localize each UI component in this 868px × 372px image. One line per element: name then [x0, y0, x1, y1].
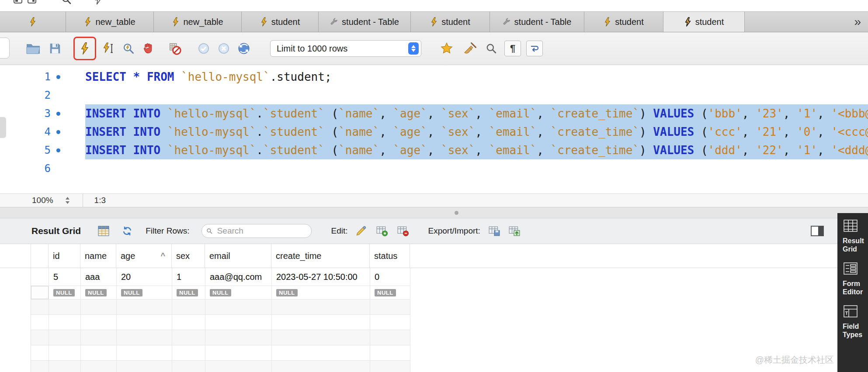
line-number: 1	[0, 71, 51, 83]
import-records-button[interactable]	[507, 222, 521, 240]
sql-token: (	[701, 125, 708, 138]
editor-tab-new-table[interactable]: new_table	[154, 12, 242, 32]
column-header-name[interactable]: name	[80, 244, 116, 268]
empty-row[interactable]	[31, 315, 410, 330]
cell-null-sex[interactable]: NULL	[172, 286, 205, 299]
cell-sex[interactable]: 1	[172, 268, 205, 286]
execute-highlight-annotation	[73, 37, 96, 60]
save-snippet-button[interactable]	[439, 39, 455, 58]
line-number: 6	[0, 162, 51, 175]
delete-row-icon	[397, 225, 409, 237]
filter-search-input[interactable]	[216, 226, 307, 236]
cell-create_time[interactable]: 2023-05-27 10:50:00	[272, 268, 370, 286]
cell-null-email[interactable]: NULL	[205, 286, 272, 299]
column-header-id[interactable]: id	[49, 244, 80, 268]
empty-row[interactable]	[31, 345, 410, 361]
toggle-wrap-button[interactable]	[526, 41, 543, 56]
editor-tab-student-table[interactable]: student - Table	[319, 12, 411, 32]
refresh-button[interactable]	[120, 222, 134, 240]
cell-null-age[interactable]: NULL	[117, 286, 172, 299]
toggle-stop-on-error-button[interactable]	[167, 39, 183, 58]
cell-status[interactable]: 0	[370, 268, 410, 286]
lightning-icon	[604, 17, 611, 27]
empty-row[interactable]	[31, 300, 410, 315]
find-button[interactable]	[483, 39, 499, 58]
insert-row-button[interactable]	[375, 222, 389, 240]
cell-null-name[interactable]: NULL	[81, 286, 117, 299]
delete-row-button[interactable]	[396, 222, 410, 240]
statement-marker	[51, 148, 66, 152]
sql-token: `create_time`	[551, 144, 640, 157]
side-panel-tab-field-types[interactable]: FieldTypes	[837, 305, 868, 339]
cell-name[interactable]: aaa	[81, 268, 117, 286]
code-text: INSERT INTO `hello-mysql`.`student` (`na…	[85, 104, 868, 123]
insert-row-icon	[376, 225, 388, 237]
export-recordset-button[interactable]	[487, 222, 501, 240]
empty-cell	[272, 315, 370, 330]
column-header-create_time[interactable]: create_time	[271, 244, 370, 268]
editor-tab-student[interactable]: student	[411, 12, 490, 32]
filter-search-box[interactable]	[201, 224, 312, 238]
pane-splitter[interactable]	[0, 207, 868, 218]
cell-id[interactable]: 5	[49, 268, 81, 286]
limit-rows-dropdown[interactable]: Limit to 1000 rows	[270, 40, 421, 57]
editor-tab-new-table[interactable]: new_table	[66, 12, 154, 32]
edit-record-button[interactable]	[354, 222, 368, 240]
empty-cell	[272, 361, 370, 372]
grid-view-button[interactable]	[97, 222, 111, 240]
table-row[interactable]: 5aaa201aaa@qq.com2023-05-27 10:50:000	[31, 268, 410, 286]
toggle-autocommit-button[interactable]	[236, 39, 252, 58]
save-button[interactable]	[47, 39, 63, 58]
cell-age[interactable]: 20	[117, 268, 172, 286]
editor-tab-student[interactable]: student	[663, 12, 745, 32]
panel-icon	[27, 0, 37, 6]
sql-token: ,	[783, 107, 797, 120]
column-header-status[interactable]: status	[370, 244, 410, 268]
sql-editor[interactable]: 1SELECT * FROM `hello-mysql`.student;23I…	[0, 65, 868, 193]
sql-token: `name`	[338, 107, 379, 120]
editor-tab-blank[interactable]	[0, 12, 66, 32]
commit-button[interactable]	[196, 39, 212, 58]
column-header-age[interactable]: age^	[116, 244, 172, 268]
execute-statement-button[interactable]	[101, 39, 116, 58]
side-panel-label-word: Result	[843, 237, 864, 245]
lightning-icon	[29, 17, 37, 27]
empty-row[interactable]	[31, 330, 410, 345]
editor-tab-student[interactable]: student	[242, 12, 319, 32]
sql-token: '<ccc@	[831, 125, 868, 138]
zoom-stepper[interactable]	[65, 196, 70, 205]
tab-overflow-button[interactable]: »	[847, 12, 868, 32]
beautify-button[interactable]	[462, 39, 478, 58]
empty-row[interactable]	[31, 361, 410, 372]
stop-query-button[interactable]	[141, 39, 156, 58]
null-badge: NULL	[375, 289, 396, 296]
statement-marker	[51, 130, 66, 134]
row-selector[interactable]	[31, 286, 49, 299]
open-file-button[interactable]	[25, 39, 41, 58]
collapsed-panel-handle[interactable]	[0, 117, 6, 138]
sql-token: ,	[427, 125, 441, 138]
limit-rows-value: Limit to 1000 rows	[277, 44, 347, 54]
null-badge: NULL	[210, 289, 231, 296]
sql-token: ,	[537, 125, 550, 138]
rollback-button[interactable]	[216, 39, 232, 58]
column-header-sex[interactable]: sex	[172, 244, 205, 268]
editor-tab-student[interactable]: student	[584, 12, 663, 32]
panel-toggle-button[interactable]	[810, 222, 824, 240]
side-panel-tab-result-grid[interactable]: ResultGrid	[837, 219, 868, 253]
cell-email[interactable]: aaa@qq.com	[205, 268, 272, 286]
execute-script-button[interactable]	[77, 39, 93, 58]
cell-null-status[interactable]: NULL	[370, 286, 410, 299]
statement-marker	[51, 112, 66, 116]
explain-plan-button[interactable]	[121, 39, 136, 58]
new-row-placeholder[interactable]: NULLNULLNULLNULLNULLNULLNULL	[31, 286, 410, 300]
side-panel-label-word: Field	[843, 322, 862, 331]
editor-tab-student-table[interactable]: student - Table	[490, 12, 584, 32]
column-header-email[interactable]: email	[205, 244, 271, 268]
collapsed-sidebar-button[interactable]	[0, 38, 10, 59]
tab-label: student	[615, 17, 644, 27]
show-invisibles-button[interactable]: ¶	[504, 41, 521, 56]
side-panel-tab-form-editor[interactable]: FormEditor	[837, 262, 868, 296]
cell-null-id[interactable]: NULL	[49, 286, 81, 299]
cell-null-create_time[interactable]: NULL	[272, 286, 370, 299]
